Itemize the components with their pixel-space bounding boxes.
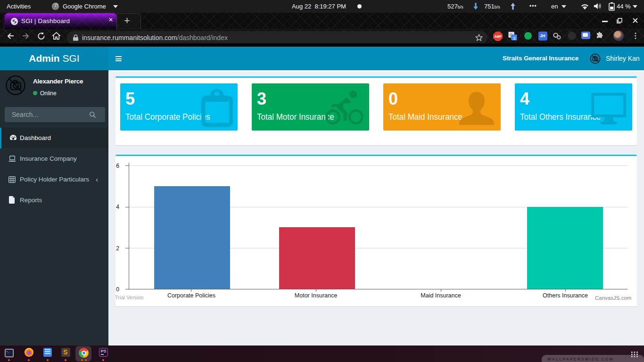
svg-text:文: 文 — [513, 36, 517, 41]
svg-text:>_: >_ — [6, 350, 10, 354]
